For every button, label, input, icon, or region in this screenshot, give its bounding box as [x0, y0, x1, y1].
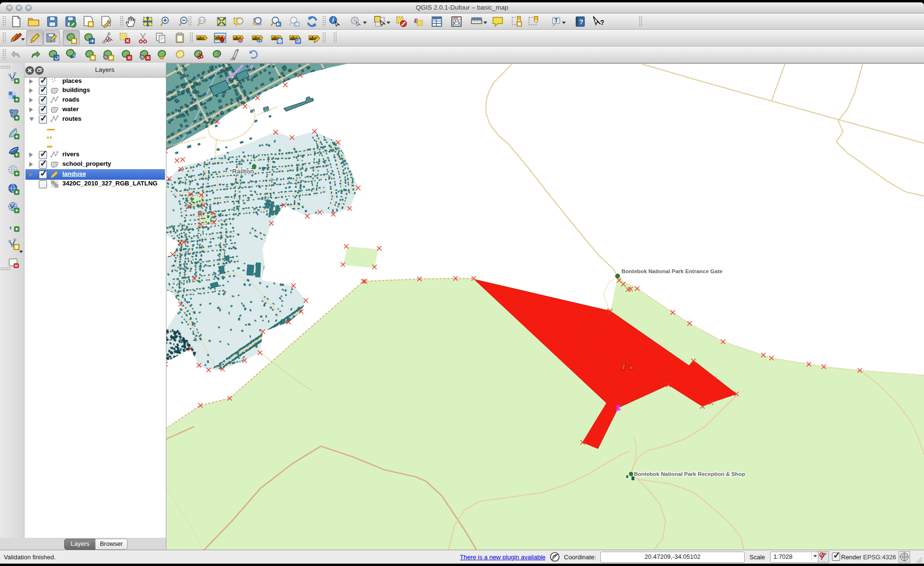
svg-text:,: ,	[9, 220, 12, 230]
svg-text:T: T	[554, 17, 558, 24]
svg-text:abc: abc	[197, 36, 205, 41]
svg-text:?: ?	[579, 18, 583, 25]
svg-text:?: ?	[600, 18, 604, 26]
svg-text:1:1: 1:1	[199, 19, 204, 22]
